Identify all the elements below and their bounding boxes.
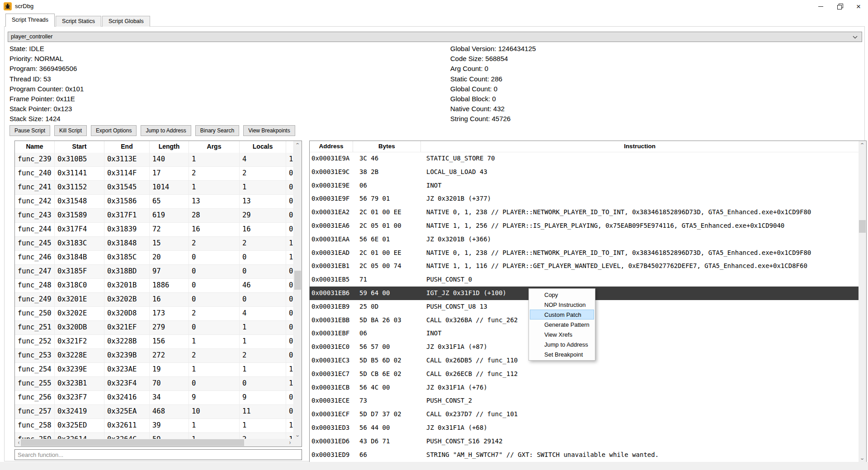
disassembly-row[interactable]: 0x00031EC7 5D CB 6E 02 CALL 0x26ECB // f… xyxy=(310,367,859,381)
scrollbar-thumb[interactable] xyxy=(859,220,866,233)
context-menu-item-jump-to-address[interactable]: Jump to Address xyxy=(530,339,594,349)
export-options-button[interactable]: Export Options xyxy=(91,125,137,136)
cell: 2 xyxy=(240,349,286,362)
context-menu-item-nop-instruction[interactable]: NOP Instruction xyxy=(530,300,594,310)
function-row[interactable]: func_2500x3202E0x320D8173240 xyxy=(15,307,294,321)
function-row[interactable]: func_2430x315890x317F161928290 xyxy=(15,209,294,223)
bytes-cell: 2C 05 01 00 xyxy=(359,219,401,233)
function-row[interactable]: func_2460x3184B0x3185C20001 xyxy=(15,251,294,265)
column-header[interactable] xyxy=(286,141,294,153)
disassembly-row[interactable]: 0x00031EB5 71 PUSH_CONST_0 xyxy=(310,273,859,287)
context-menu-item-set-breakpoint[interactable]: Set Breakpoint xyxy=(530,349,594,359)
script-info-line: Native Count: 432 xyxy=(450,104,536,114)
kill-script-button[interactable]: Kill Script xyxy=(54,125,87,136)
tab-script-threads[interactable]: Script Threads xyxy=(5,14,55,27)
function-row[interactable]: func_2480x318C00x3201B18860460 xyxy=(15,279,294,293)
cell: 156 xyxy=(150,335,189,348)
column-header[interactable]: End xyxy=(104,141,150,153)
disassembly-row[interactable]: 0x00031EAD 2C 01 00 EE NATIVE 0, 1, 238 … xyxy=(310,246,859,260)
cell: func_251 xyxy=(15,321,55,334)
function-row[interactable]: func_2520x321F20x3228B156110 xyxy=(15,335,294,349)
disassembly-row[interactable]: 0x00031EA6 2C 05 01 00 NATIVE 1, 1, 256 … xyxy=(310,219,859,233)
scroll-down-icon[interactable]: ⌄ xyxy=(859,454,866,462)
cell: 1 xyxy=(286,251,294,264)
function-row[interactable]: func_2560x323F70x3241634990 xyxy=(15,391,294,405)
column-header[interactable]: Args xyxy=(189,141,240,153)
function-row[interactable]: func_2570x324190x325EA46810110 xyxy=(15,405,294,419)
function-row[interactable]: func_2450x3183C0x3184815221 xyxy=(15,237,294,251)
window-title: scrDbg xyxy=(15,3,33,9)
scroll-right-icon[interactable]: › xyxy=(286,439,294,446)
function-row[interactable]: func_2530x3228E0x3239B272220 xyxy=(15,349,294,363)
jump-to-address-button[interactable]: Jump to Address xyxy=(141,125,191,136)
function-row[interactable]: func_2410x311520x315451014110 xyxy=(15,181,294,195)
cell: 0x3239E xyxy=(55,363,104,376)
disassembly-vertical-scrollbar[interactable]: ⌃ ⌄ xyxy=(859,141,866,462)
cell: 97 xyxy=(150,265,189,278)
cell: 0 xyxy=(286,307,294,320)
scroll-up-icon[interactable]: ⌃ xyxy=(859,141,866,149)
function-row[interactable]: func_2390x310B50x3113E140141 xyxy=(15,153,294,167)
cell: 20 xyxy=(150,251,189,264)
search-input[interactable] xyxy=(14,449,302,460)
function-row[interactable]: func_2420x315480x315866513130 xyxy=(15,195,294,209)
disassembly-row[interactable]: 0x00031ECE 73 PUSH_CONST_2 xyxy=(310,394,859,408)
function-row[interactable]: func_2490x3201E0x3202B16000 xyxy=(15,293,294,307)
pause-script-button[interactable]: Pause Script xyxy=(9,125,50,136)
disassembly-row[interactable]: 0x00031EB1 2C 05 00 74 NATIVE 1, 1, 116 … xyxy=(310,259,859,273)
thread-info-line: State: IDLE xyxy=(9,44,84,54)
function-row[interactable]: func_2540x3239E0x323AE19111 xyxy=(15,363,294,377)
disassembly-row[interactable]: 0x00031EA2 2C 01 00 EE NATIVE 0, 1, 238 … xyxy=(310,206,859,219)
thread-dropdown[interactable]: player_controller xyxy=(8,32,862,42)
address-cell: 0x00031E9E xyxy=(311,179,349,193)
function-row[interactable]: func_2580x325ED0x3261139111 xyxy=(15,419,294,433)
tab-script-globals[interactable]: Script Globals xyxy=(102,16,150,27)
disassembly-row[interactable]: 0x00031ED9 66 STRING "AM_H_SWTCH7" // GX… xyxy=(310,448,859,462)
column-header[interactable]: Name xyxy=(15,141,55,153)
function-row[interactable]: func_2510x320DB0x321EF279010 xyxy=(15,321,294,335)
disassembly-row[interactable]: 0x00031E9F 56 79 01 JZ 0x3201B (+377) xyxy=(310,192,859,206)
function-row[interactable]: func_2440x317F40x318397216160 xyxy=(15,223,294,237)
binary-search-button[interactable]: Binary Search xyxy=(195,125,239,136)
cell: 0 xyxy=(286,405,294,418)
disassembly-row[interactable]: 0x00031E9E 06 INOT xyxy=(310,179,859,193)
context-menu-item-generate-pattern[interactable]: Generate Pattern xyxy=(530,320,594,329)
disassembly-row[interactable]: 0x00031E9C 38 2B LOCAL_U8_LOAD 43 xyxy=(310,165,859,179)
scroll-up-icon[interactable]: ⌃ xyxy=(294,141,302,149)
column-header[interactable]: Locals xyxy=(240,141,286,153)
cell: 0x31141 xyxy=(55,167,104,180)
column-header[interactable]: Start xyxy=(55,141,104,153)
scroll-down-icon[interactable]: ⌄ xyxy=(294,431,302,439)
function-row[interactable]: func_2550x323B10x323F470001 xyxy=(15,377,294,391)
function-row[interactable]: func_2400x311410x3114F17220 xyxy=(15,167,294,181)
function-row[interactable]: func_2470x3185F0x318BD97000 xyxy=(15,265,294,279)
context-menu-item-custom-patch[interactable]: Custom Patch xyxy=(530,310,594,320)
disassembly-row[interactable]: 0x00031ED3 56 44 00 JZ 0x31F1A (+68) xyxy=(310,421,859,435)
cell: 0 xyxy=(189,251,240,264)
bytes-cell: 25 0D xyxy=(359,300,378,314)
thread-info-line: Thread ID: 53 xyxy=(9,74,84,84)
disassembly-row[interactable]: 0x00031ECF 5D D7 37 02 CALL 0x237D7 // f… xyxy=(310,408,859,421)
cell: 0 xyxy=(240,265,286,278)
view-breakpoints-button[interactable]: View Breakpoints xyxy=(243,125,295,136)
function-table-horizontal-scrollbar[interactable]: ‹ › xyxy=(15,439,294,446)
cell: 2 xyxy=(189,349,240,362)
cell: 2 xyxy=(240,167,286,180)
function-table-vertical-scrollbar[interactable]: ⌃ ⌄ xyxy=(294,141,302,439)
disassembly-row[interactable]: 0x00031EAA 56 6E 01 JZ 0x3201B (+366) xyxy=(310,233,859,246)
tab-script-statics[interactable]: Script Statics xyxy=(56,16,101,27)
disassembly-row[interactable]: 0x00031ECB 56 4C 00 JZ 0x31F1A (+76) xyxy=(310,381,859,395)
disassembly-row[interactable]: 0x00031ED6 43 D6 71 PUSH_CONST_S16 29142 xyxy=(310,435,859,448)
cell: 1 xyxy=(286,237,294,250)
scrollbar-thumb[interactable] xyxy=(21,439,244,446)
cell: 173 xyxy=(150,307,189,320)
close-button[interactable]: × xyxy=(849,0,868,13)
minimize-button[interactable] xyxy=(811,0,830,13)
disassembly-row[interactable]: 0x00031E9A 3C 46 STATIC_U8_STORE 70 xyxy=(310,152,859,165)
context-menu-item-view-xrefs[interactable]: View Xrefs xyxy=(530,329,594,339)
column-header[interactable]: Length xyxy=(150,141,189,153)
context-menu-item-copy[interactable]: Copy xyxy=(530,290,594,300)
restore-button[interactable] xyxy=(830,0,849,13)
cell: 1 xyxy=(240,419,286,432)
scrollbar-thumb[interactable] xyxy=(294,271,301,290)
